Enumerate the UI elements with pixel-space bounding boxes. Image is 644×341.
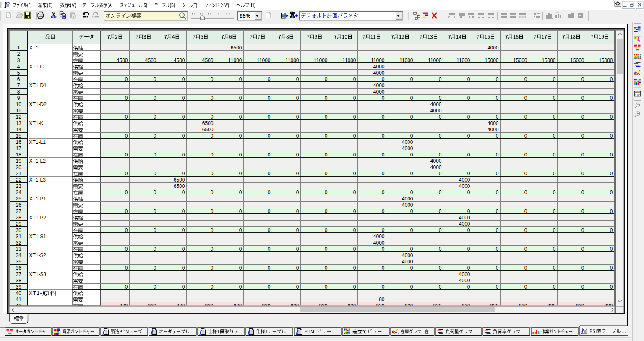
svg-text:26: 26 bbox=[16, 202, 22, 208]
svg-text:6500: 6500 bbox=[202, 127, 214, 133]
svg-text:37: 37 bbox=[16, 271, 22, 277]
svg-text:30: 30 bbox=[16, 227, 22, 233]
svg-text:0: 0 bbox=[553, 284, 556, 290]
svg-text:0: 0 bbox=[410, 208, 413, 214]
svg-text:0: 0 bbox=[439, 284, 442, 290]
svg-text:0: 0 bbox=[296, 265, 299, 271]
svg-text:0: 0 bbox=[496, 152, 499, 158]
svg-text:0: 0 bbox=[581, 76, 584, 82]
svg-text:0: 0 bbox=[325, 208, 328, 214]
svg-text:0: 0 bbox=[154, 190, 156, 195]
svg-text:0: 0 bbox=[325, 133, 328, 139]
svg-text:0: 0 bbox=[325, 114, 328, 120]
svg-text:4000: 4000 bbox=[459, 177, 470, 183]
svg-text:0: 0 bbox=[581, 114, 584, 120]
svg-text:0: 0 bbox=[524, 265, 527, 271]
svg-text:25: 25 bbox=[16, 196, 22, 202]
svg-text:22: 22 bbox=[16, 177, 22, 183]
svg-text:0: 0 bbox=[553, 95, 556, 101]
svg-text:4000: 4000 bbox=[373, 64, 385, 70]
svg-text:XT1-P1: XT1-P1 bbox=[29, 196, 47, 202]
svg-text:XT1-: XT1- bbox=[29, 290, 42, 296]
svg-text:0: 0 bbox=[268, 246, 271, 252]
svg-text:38: 38 bbox=[16, 278, 22, 284]
svg-text:0: 0 bbox=[182, 171, 185, 177]
svg-text:4000: 4000 bbox=[459, 221, 470, 227]
svg-text:0: 0 bbox=[154, 114, 156, 120]
svg-text:0: 0 bbox=[553, 152, 556, 158]
svg-text:0: 0 bbox=[182, 190, 185, 195]
svg-text:0: 0 bbox=[524, 95, 527, 101]
svg-text:11000: 11000 bbox=[314, 57, 328, 63]
svg-text:0: 0 bbox=[125, 171, 128, 177]
svg-text:15000: 15000 bbox=[485, 57, 499, 63]
svg-text:0: 0 bbox=[268, 95, 271, 101]
svg-text:0: 0 bbox=[382, 190, 385, 195]
svg-text:0: 0 bbox=[439, 227, 442, 233]
svg-text:0: 0 bbox=[524, 246, 527, 252]
svg-text:15000: 15000 bbox=[542, 57, 556, 63]
svg-text:0: 0 bbox=[610, 133, 613, 139]
svg-text:0: 0 bbox=[296, 95, 299, 101]
svg-text:0: 0 bbox=[325, 95, 328, 101]
svg-text:4000: 4000 bbox=[402, 146, 413, 151]
svg-text:0: 0 bbox=[353, 265, 356, 271]
svg-text:0: 0 bbox=[154, 133, 156, 139]
svg-text:0: 0 bbox=[496, 133, 499, 139]
svg-text:21: 21 bbox=[16, 171, 22, 177]
svg-text:4000: 4000 bbox=[373, 89, 385, 95]
svg-text:0: 0 bbox=[182, 95, 185, 101]
svg-text:0: 0 bbox=[268, 171, 271, 177]
svg-text:0: 0 bbox=[353, 95, 356, 101]
svg-text:0: 0 bbox=[325, 171, 328, 177]
svg-text:0: 0 bbox=[353, 76, 356, 82]
svg-text:28: 28 bbox=[16, 215, 22, 221]
svg-text:0: 0 bbox=[410, 95, 413, 101]
svg-text:4500: 4500 bbox=[145, 57, 156, 63]
svg-text:4000: 4000 bbox=[459, 278, 470, 284]
svg-text:0: 0 bbox=[353, 133, 356, 139]
svg-text:0: 0 bbox=[524, 152, 527, 158]
svg-text:0: 0 bbox=[182, 227, 185, 233]
svg-text:0: 0 bbox=[353, 208, 356, 214]
svg-text:11: 11 bbox=[16, 108, 21, 114]
svg-text:0: 0 bbox=[553, 246, 556, 252]
svg-text:4000: 4000 bbox=[402, 139, 413, 145]
svg-text:0: 0 bbox=[125, 133, 128, 139]
svg-text:XT1-K: XT1-K bbox=[29, 120, 44, 126]
svg-text:0: 0 bbox=[325, 190, 328, 195]
svg-text:27: 27 bbox=[16, 208, 22, 214]
svg-text:0: 0 bbox=[410, 114, 413, 120]
svg-text:0: 0 bbox=[239, 76, 242, 82]
svg-text:XT1-L2: XT1-L2 bbox=[29, 158, 46, 164]
svg-text:0: 0 bbox=[610, 227, 613, 233]
svg-text:16: 16 bbox=[16, 139, 22, 145]
svg-text:8: 8 bbox=[17, 89, 20, 95]
svg-text:4: 4 bbox=[17, 64, 20, 70]
svg-text:0: 0 bbox=[467, 284, 470, 290]
svg-text:0: 0 bbox=[125, 246, 128, 252]
svg-text:0: 0 bbox=[581, 227, 584, 233]
svg-text:4000: 4000 bbox=[373, 70, 385, 76]
svg-text:0: 0 bbox=[410, 227, 413, 233]
svg-text:0: 0 bbox=[353, 171, 356, 177]
svg-text:XT1-D1: XT1-D1 bbox=[29, 83, 47, 89]
svg-text:0: 0 bbox=[581, 171, 584, 177]
svg-text:4000: 4000 bbox=[430, 158, 442, 164]
svg-text:0: 0 bbox=[182, 265, 185, 271]
svg-text:0: 0 bbox=[581, 152, 584, 158]
svg-text:0: 0 bbox=[496, 190, 499, 195]
svg-text:10: 10 bbox=[16, 102, 22, 107]
svg-text:85%: 85% bbox=[240, 13, 250, 19]
svg-text:0: 0 bbox=[296, 171, 299, 177]
svg-text:0: 0 bbox=[296, 76, 299, 82]
svg-text:0: 0 bbox=[154, 171, 156, 177]
svg-text:0: 0 bbox=[553, 227, 556, 233]
svg-text:0: 0 bbox=[496, 246, 499, 252]
svg-text:0: 0 bbox=[610, 208, 613, 214]
svg-text:0: 0 bbox=[581, 208, 584, 214]
svg-text:XT1-D2: XT1-D2 bbox=[29, 102, 47, 107]
svg-text:0: 0 bbox=[239, 95, 242, 101]
svg-text:6: 6 bbox=[17, 76, 20, 82]
svg-text:0: 0 bbox=[154, 227, 156, 233]
